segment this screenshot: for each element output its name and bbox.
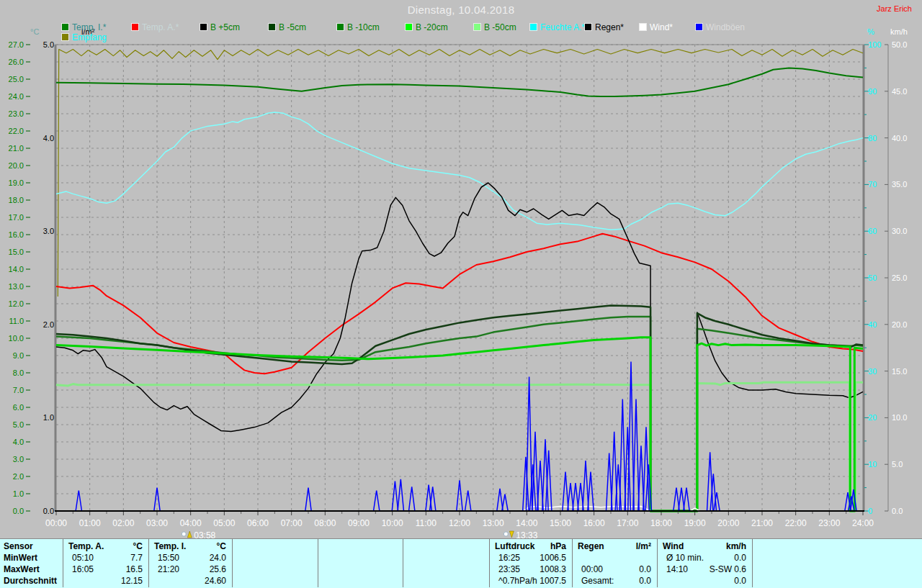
- series-windboeen-spike: [588, 472, 594, 511]
- stats-table: SensorMinWertMaxWertDurchschnittTemp. A.…: [0, 538, 922, 588]
- axis-tick-label: 2.0: [13, 472, 24, 481]
- table-col-unit: km/h: [658, 540, 746, 552]
- axis-tick-label: 25.0: [9, 75, 24, 83]
- axis-tick-label: 00:00: [45, 518, 67, 528]
- axis-tick-label: 16.0: [9, 230, 24, 239]
- axis-tick-label: 7.0: [13, 386, 24, 394]
- axis-tick-label: 0: [868, 507, 872, 515]
- axis-tick-label: 22:00: [785, 518, 807, 528]
- axis-tick-label: 30.0: [892, 227, 907, 235]
- axis-tick-label: 03:58: [194, 530, 215, 538]
- table-row-label: Sensor: [4, 540, 33, 552]
- axis-tick-label: 07:00: [281, 518, 303, 528]
- axis-tick-label: 35.0: [892, 180, 907, 189]
- table-row-label: Durchschnitt: [4, 575, 57, 587]
- axis-tick-label: 15.0: [9, 248, 24, 256]
- axis-tick-label: 3.0: [43, 227, 54, 235]
- series-windboeen-spike: [684, 488, 689, 511]
- axis-tick-label: 70: [868, 180, 877, 189]
- axis-tick-label: 40: [868, 320, 877, 329]
- axis-tick-label: 100: [868, 40, 881, 49]
- axis-tick-label: 1.0: [43, 413, 54, 422]
- axis-tick-label: 0.0: [13, 507, 24, 515]
- axis-tick-label: 06:00: [247, 518, 269, 528]
- axis-tick-label: 21.0: [9, 144, 24, 153]
- series-temp-i-: [56, 68, 863, 96]
- axis-tick-label: 1.0: [13, 489, 24, 498]
- sunset-arrow-icon: [509, 531, 514, 538]
- axis-tick-label: 23.0: [9, 109, 24, 118]
- axis-tick-label: 15.0: [892, 367, 907, 376]
- axis-tick-label: 08:00: [314, 518, 336, 528]
- table-col-unit: °C: [149, 540, 226, 552]
- axis-tick-label: 24:00: [852, 518, 874, 528]
- table-divider: [403, 539, 403, 587]
- axis-tick-label: 17.0: [9, 213, 24, 222]
- axis-tick-label: 23:00: [818, 518, 840, 528]
- axis-tick-label: 30: [868, 367, 877, 376]
- axis-tick-label: 60: [868, 227, 877, 235]
- table-value: 0.0: [573, 564, 651, 575]
- axis-tick-label: 20.0: [892, 320, 907, 329]
- table-value: 7.7: [63, 552, 143, 564]
- axis-tick-label: 10: [868, 460, 877, 469]
- axis-tick-label: 14:00: [516, 518, 537, 528]
- series-windboeen-spike: [633, 399, 639, 512]
- axis-tick-label: 22.0: [9, 127, 24, 135]
- axis-tick-label: 10.0: [892, 413, 907, 422]
- axis-tick-label: 10.0: [9, 334, 24, 343]
- axis-tick-label: 15:00: [550, 518, 571, 528]
- sun-marker-icon: [182, 532, 186, 536]
- axis-tick-label: 8.0: [13, 368, 24, 377]
- weather-app-window: Dienstag, 10.04.2018 Jarz Erich °C l/m² …: [0, 0, 922, 588]
- axis-tick-label: 9.0: [13, 351, 24, 360]
- axis-tick-label: 13.0: [9, 282, 24, 291]
- weather-chart[interactable]: 0.01.02.03.04.05.06.07.08.09.010.011.012…: [0, 0, 922, 538]
- axis-tick-label: 3.0: [13, 455, 24, 463]
- axis-tick-label: 14.0: [9, 265, 24, 273]
- axis-tick-label: 0.0: [43, 507, 54, 515]
- table-value: 25.6: [149, 564, 226, 575]
- table-col-unit: hPa: [490, 540, 566, 552]
- series-windboeen-spike: [398, 479, 403, 511]
- table-value: 0.0: [658, 575, 746, 587]
- series-windboeen-spike: [502, 494, 508, 511]
- axis-tick-label: 03:00: [146, 518, 168, 528]
- axis-tick-label: 0.0: [892, 507, 903, 515]
- axis-tick-label: 12:00: [449, 518, 470, 528]
- table-value: S-SW 0.6: [658, 564, 746, 575]
- table-value: 1007.5: [490, 575, 566, 587]
- axis-tick-label: 11.0: [9, 317, 24, 325]
- axis-tick-label: 10:00: [382, 518, 403, 528]
- axis-tick-label: 21:00: [751, 518, 773, 528]
- axis-tick-label: 40.0: [892, 134, 907, 143]
- table-col-unit: l/m²: [573, 540, 651, 552]
- table-value: 24.60: [149, 575, 226, 587]
- table-divider: [232, 539, 233, 587]
- axis-tick-label: 4.0: [43, 134, 54, 143]
- axis-tick-label: 2.0: [43, 320, 54, 329]
- table-value: 0.0: [658, 552, 746, 564]
- table-divider: [318, 539, 318, 587]
- axis-tick-label: 20:00: [717, 518, 739, 528]
- axis-tick-label: 16:00: [583, 518, 605, 528]
- axis-tick-label: 11:00: [416, 518, 437, 528]
- axis-tick-label: 5.0: [43, 40, 54, 49]
- sun-marker-icon: [503, 532, 508, 536]
- axis-tick-label: 04:00: [180, 518, 202, 528]
- axis-tick-label: 90: [868, 87, 877, 96]
- axis-tick-label: 02:00: [112, 518, 134, 528]
- axis-tick-label: 5.0: [13, 420, 24, 429]
- axis-tick-label: 25.0: [892, 273, 907, 282]
- sunrise-arrow-icon: [187, 531, 192, 538]
- axis-tick-label: 24.0: [9, 92, 24, 101]
- table-value: 12.15: [63, 575, 143, 587]
- axis-tick-label: 19:00: [684, 518, 706, 528]
- table-value: 16.5: [63, 564, 143, 575]
- axis-tick-label: 27.0: [9, 40, 24, 49]
- axis-tick-label: 20: [868, 413, 877, 422]
- axis-tick-label: 13:00: [483, 518, 504, 528]
- series-windboeen-spike: [707, 452, 713, 511]
- axis-tick-label: 19.0: [9, 178, 24, 187]
- axis-tick-label: 80: [868, 134, 877, 143]
